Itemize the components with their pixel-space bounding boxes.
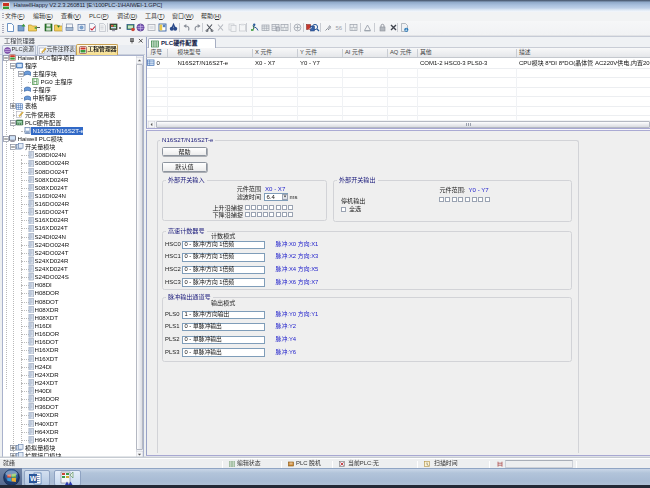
svg-text:W: W: [30, 475, 37, 482]
svg-text:56: 56: [335, 25, 342, 31]
